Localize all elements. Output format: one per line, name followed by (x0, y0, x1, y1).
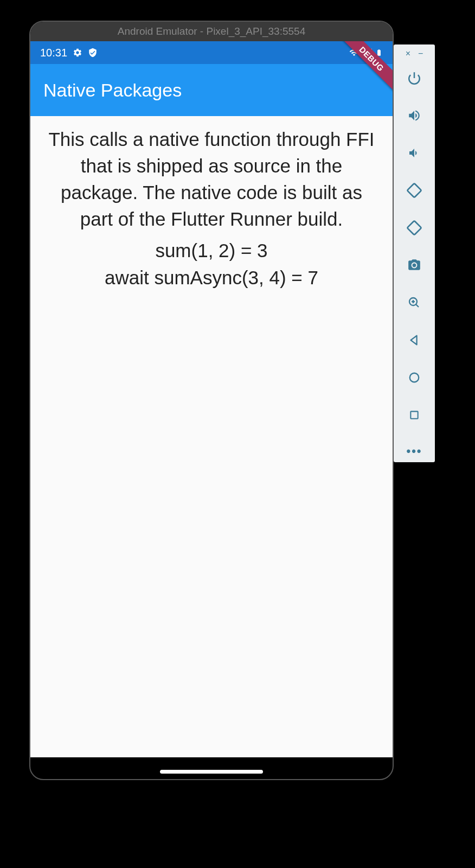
status-left: 10:31 (40, 47, 98, 59)
svg-point-8 (410, 373, 419, 382)
emulator-toolbar: × − ••• (394, 44, 435, 462)
volume-up-button[interactable] (406, 107, 423, 124)
power-button[interactable] (406, 69, 423, 87)
wifi-icon (348, 48, 360, 58)
svg-line-4 (416, 304, 419, 307)
battery-icon (375, 47, 383, 59)
back-button[interactable] (406, 331, 423, 349)
more-button[interactable]: ••• (406, 444, 422, 458)
gear-icon (73, 48, 82, 58)
svg-marker-7 (411, 336, 417, 345)
screenshot-button[interactable] (406, 257, 423, 274)
status-right (348, 47, 383, 59)
minimize-button[interactable]: − (418, 49, 423, 59)
result-sum-async: await sumAsync(3, 4) = 7 (43, 267, 380, 289)
result-sum: sum(1, 2) = 3 (43, 240, 380, 261)
app-content: This calls a native function through FFI… (30, 116, 393, 304)
status-time: 10:31 (40, 47, 67, 59)
signal-icon (362, 48, 373, 58)
svg-rect-2 (407, 221, 421, 235)
svg-rect-9 (410, 411, 418, 418)
rotate-right-button[interactable] (406, 219, 423, 237)
status-bar: 10:31 (30, 41, 393, 64)
volume-down-button[interactable] (406, 144, 423, 162)
rotate-left-button[interactable] (406, 182, 423, 199)
app-bar: Native Packages (30, 64, 393, 116)
zoom-button[interactable] (406, 294, 423, 311)
emulator-frame: Android Emulator - Pixel_3_API_33:5554 D… (29, 21, 394, 780)
svg-rect-1 (407, 183, 421, 197)
close-button[interactable]: × (406, 49, 410, 59)
emulator-title: Android Emulator - Pixel_3_API_33:5554 (118, 25, 305, 37)
emulator-titlebar: Android Emulator - Pixel_3_API_33:5554 (30, 22, 393, 41)
overview-button[interactable] (406, 406, 423, 424)
content-description: This calls a native function through FFI… (43, 126, 380, 232)
home-button[interactable] (406, 369, 423, 386)
toolbar-window-controls: × − (394, 49, 435, 59)
shield-icon (88, 47, 98, 58)
nav-handle[interactable] (160, 770, 263, 774)
page-title: Native Packages (43, 80, 182, 101)
device-screen: DEBUG 10:31 (30, 41, 393, 757)
